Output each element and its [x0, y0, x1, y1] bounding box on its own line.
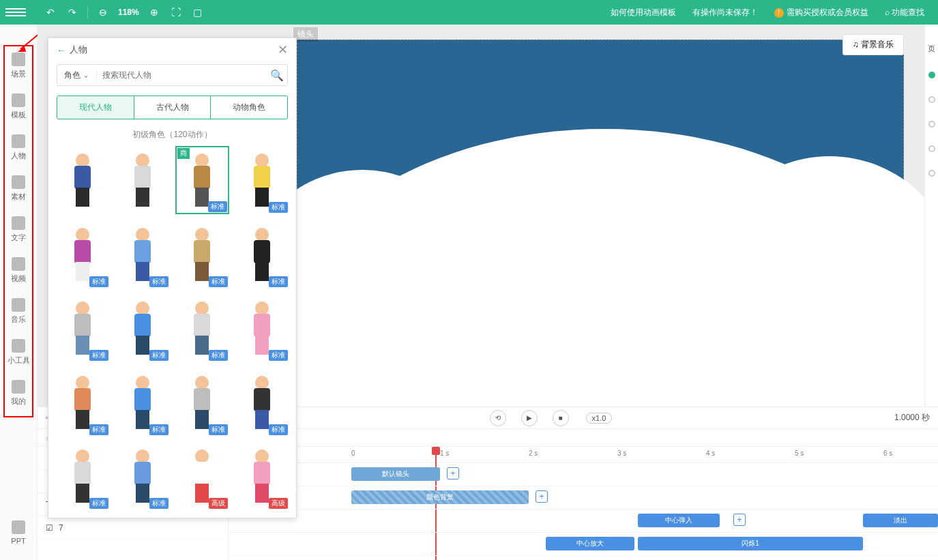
timeline-tracks[interactable]: 01 s2 s3 s4 s5 s6 s 默认镜头 + 颜色背景 + 中心弹入 +… — [229, 447, 938, 560]
stage[interactable] — [297, 40, 904, 404]
character-item[interactable]: 标准 — [175, 368, 230, 437]
sidebar-item[interactable]: 我的 — [0, 372, 38, 413]
fullscreen-icon[interactable]: ⛶ — [168, 4, 184, 20]
bgm-button[interactable]: ♫ 背景音乐 — [842, 34, 904, 55]
page-dot[interactable] — [928, 72, 935, 78]
search-icon[interactable]: 🔍 — [267, 69, 287, 82]
search-input[interactable] — [97, 70, 267, 80]
tier-badge: 标准 — [89, 350, 108, 361]
character-item[interactable]: 标准 — [55, 220, 110, 289]
page-dot[interactable] — [928, 121, 935, 128]
character-item[interactable]: 高级 — [235, 442, 289, 510]
panel-close-icon[interactable]: ✕ — [278, 42, 288, 57]
page-dot[interactable] — [928, 96, 935, 103]
menu-icon[interactable] — [5, 8, 26, 16]
ppt-icon — [12, 520, 25, 534]
redo-icon[interactable]: ↷ — [64, 4, 80, 20]
panel-subtitle: 初级角色（120动作） — [48, 129, 296, 141]
character-item[interactable]: 标准 — [115, 294, 170, 362]
tier-badge: 高级 — [209, 498, 228, 509]
character-panel: ← 人物 ✕ 角色 🔍 现代人物古代人物动物角色 初级角色（120动作） 商标准… — [48, 38, 297, 518]
find-link[interactable]: ⌕ 功能查找 — [885, 7, 924, 18]
license-link[interactable]: !需购买授权或会员权益 — [774, 7, 868, 18]
tier-badge: 标准 — [149, 350, 168, 361]
sidebar: 场景模板人物素材文字视频音乐小工具我的PPT — [0, 25, 38, 560]
panel-tab[interactable]: 动物角色 — [210, 96, 287, 119]
tier-badge: 标准 — [89, 276, 108, 287]
topbar: ↶ ↷ ⊖ 118% ⊕ ⛶ ▢ 如何使用动画模板 有操作尚未保存！ !需购买授… — [0, 0, 938, 25]
fit-icon[interactable]: ▢ — [190, 4, 206, 20]
panel-back-icon[interactable]: ← — [57, 45, 65, 55]
search-category-select[interactable]: 角色 — [57, 70, 97, 81]
sidebar-label: 我的 — [11, 396, 26, 407]
clip-enter[interactable]: 中心弹入 — [638, 514, 720, 527]
page-dot[interactable] — [928, 170, 935, 177]
add-clip-button[interactable]: + — [447, 467, 459, 480]
sidebar-item-ppt[interactable]: PPT — [0, 512, 38, 553]
ruler[interactable]: 01 s2 s3 s4 s5 s6 s — [229, 447, 938, 463]
character-item[interactable]: 标准 — [115, 368, 170, 437]
character-item[interactable]: 标准 — [235, 368, 289, 437]
clip-flash[interactable]: 闪烁1 — [638, 537, 863, 550]
character-item[interactable] — [115, 146, 170, 214]
character-item[interactable] — [55, 146, 110, 214]
lens-label[interactable]: 镜头 — [293, 27, 318, 42]
zoom-out-icon[interactable]: ⊖ — [95, 4, 111, 20]
character-item[interactable]: 标准 — [55, 442, 110, 510]
tier-badge: 标准 — [89, 498, 108, 509]
sidebar-item[interactable]: 视频 — [0, 250, 38, 291]
zoom-in-icon[interactable]: ⊕ — [146, 4, 162, 20]
page-dot[interactable] — [928, 145, 935, 152]
sidebar-item[interactable]: 素材 — [0, 168, 38, 209]
playback-rate[interactable]: x1.0 — [586, 413, 613, 424]
sidebar-item[interactable]: 音乐 — [0, 291, 38, 331]
sidebar-item[interactable]: 人物 — [0, 127, 38, 168]
clip-scale[interactable]: 中心放大 — [546, 537, 634, 550]
add-clip-button[interactable]: + — [536, 490, 548, 503]
panel-tab[interactable]: 现代人物 — [57, 96, 134, 119]
undo-icon[interactable]: ↶ — [42, 4, 59, 20]
ruler-tick: 1 s — [440, 450, 449, 457]
duration-label: 1.0000 秒 — [894, 412, 930, 424]
track-label[interactable]: ☑7 — [38, 516, 228, 540]
tier-badge: 标准 — [149, 498, 168, 509]
clip-fade[interactable]: 淡出 — [863, 514, 938, 527]
track-bg: 颜色背景 + — [229, 486, 938, 510]
character-item[interactable]: 高级 — [175, 442, 230, 510]
character-item[interactable]: 标准 — [235, 146, 289, 214]
ruler-tick: 6 s — [883, 450, 892, 457]
sidebar-icon — [12, 380, 25, 394]
rewind-icon[interactable]: ⟲ — [490, 410, 506, 426]
sidebar-item[interactable]: 小工具 — [0, 331, 38, 372]
character-item[interactable]: 标准 — [235, 294, 289, 362]
page-strip: 页 — [924, 25, 938, 407]
play-icon[interactable]: ▶ — [521, 410, 538, 426]
ruler-tick: 2 s — [529, 450, 538, 457]
sidebar-item[interactable]: 模板 — [0, 86, 38, 127]
clip-lens[interactable]: 默认镜头 — [351, 467, 440, 481]
character-item[interactable]: 标准 — [235, 220, 289, 289]
add-clip-button[interactable]: + — [733, 514, 746, 526]
character-item[interactable]: 标准 — [175, 294, 230, 362]
character-item[interactable]: 标准 — [115, 220, 170, 289]
sidebar-item[interactable]: 文字 — [0, 209, 38, 250]
character-item[interactable]: 商标准 — [175, 146, 230, 214]
character-item[interactable]: 标准 — [115, 442, 170, 510]
tier-badge: 标准 — [208, 201, 227, 212]
sidebar-label: 小工具 — [8, 355, 30, 366]
sidebar-item[interactable]: 场景 — [0, 45, 38, 86]
clip-bg[interactable]: 颜色背景 — [351, 490, 529, 504]
character-item[interactable]: 标准 — [55, 294, 110, 362]
sidebar-label: 场景 — [11, 69, 26, 79]
character-item[interactable]: 标准 — [55, 368, 110, 437]
character-item[interactable]: 标准 — [175, 220, 230, 289]
tier-badge: 标准 — [149, 276, 168, 287]
tier-badge: 标准 — [269, 202, 288, 213]
stop-icon[interactable]: ■ — [553, 410, 569, 426]
panel-title: 人物 — [70, 44, 87, 56]
help-link[interactable]: 如何使用动画模板 — [611, 7, 676, 18]
panel-tab[interactable]: 古代人物 — [134, 96, 211, 119]
sidebar-icon — [12, 134, 25, 148]
tier-badge: 标准 — [269, 276, 288, 287]
track-lens: 默认镜头 + — [229, 463, 938, 486]
